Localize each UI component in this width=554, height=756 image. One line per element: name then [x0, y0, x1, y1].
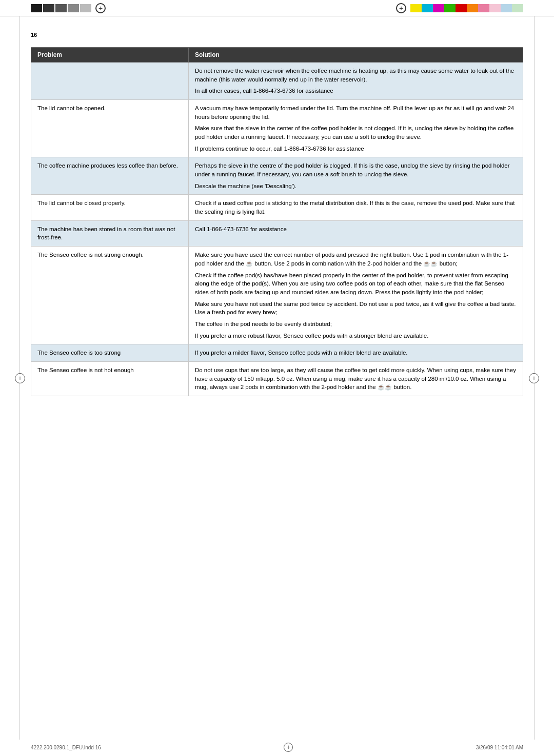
solution-text: Perhaps the sieve in the centre of the p…: [195, 161, 517, 178]
solution-text: The coffee in the pod needs to be evenly…: [195, 320, 517, 329]
problem-cell: The lid cannot be closed properly.: [31, 195, 189, 220]
solution-cell: A vacuum may have temporarily formed und…: [188, 100, 523, 157]
solution-text: Do not use cups that are too large, as t…: [195, 366, 517, 392]
solution-text: If you prefer a milder flavor, Senseo co…: [195, 349, 517, 357]
color-block-5: [80, 4, 91, 12]
main-content: 16 Problem Solution Do not remove the wa…: [0, 16, 554, 427]
crosshair-bottom: +: [284, 743, 293, 752]
table-row: The lid cannot be closed properly. Check…: [31, 195, 523, 220]
color-block-magenta: [433, 4, 444, 12]
page: + + 16 Problem Solution Do not remove th…: [0, 0, 554, 756]
color-blocks-right: [410, 4, 523, 12]
column-header-problem: Problem: [31, 48, 189, 63]
solution-cell: Do not remove the water reservoir when t…: [188, 63, 523, 100]
solution-text: If you prefer a more robust flavor, Sens…: [195, 332, 517, 340]
problem-cell: [31, 63, 189, 100]
solution-text: Check if a used coffee pod is sticking t…: [195, 199, 517, 216]
crosshair-top-left: [95, 3, 106, 13]
table-row: Do not remove the water reservoir when t…: [31, 63, 523, 100]
table-row: The coffee machine produces less coffee …: [31, 157, 523, 195]
solution-text: If problems continue to occur, call 1-86…: [195, 145, 517, 153]
problem-cell: The machine has been stored in a room th…: [31, 220, 189, 246]
solution-text: Call 1-866-473-6736 for assistance: [195, 225, 517, 234]
solution-text: Make sure you have used the correct numb…: [195, 251, 517, 268]
color-block-yellow: [410, 4, 422, 12]
page-number: 16: [31, 32, 523, 38]
solution-cell: Do not use cups that are too large, as t…: [188, 362, 523, 396]
solution-text: In all other cases, call 1-866-473-6736 …: [195, 87, 517, 95]
crosshair-top-right: [396, 3, 406, 13]
table-row: The Senseo coffee is too strong If you p…: [31, 344, 523, 362]
crosshair-right: +: [529, 373, 539, 383]
color-block-pink: [478, 4, 489, 12]
page-footer: 4222.200.0290.1_DFU.indd 16 + 3/26/09 11…: [0, 743, 554, 752]
table-row: The Senseo coffee is not hot enough Do n…: [31, 362, 523, 396]
top-bar: [0, 0, 554, 16]
problem-cell: The Senseo coffee is not hot enough: [31, 362, 189, 396]
color-block-4: [68, 4, 79, 12]
table-row: The machine has been stored in a room th…: [31, 220, 523, 246]
color-block-lightpink: [489, 4, 501, 12]
solution-cell: Check if a used coffee pod is sticking t…: [188, 195, 523, 220]
solution-cell: Make sure you have used the correct numb…: [188, 247, 523, 344]
solution-text: Make sure you have not used the same pod…: [195, 300, 517, 317]
color-block-1: [31, 4, 42, 12]
problem-cell: The coffee machine produces less coffee …: [31, 157, 189, 195]
troubleshooting-table: Problem Solution Do not remove the water…: [31, 47, 523, 396]
color-block-cyan: [422, 4, 433, 12]
color-blocks-left: [31, 4, 91, 12]
solution-cell: Perhaps the sieve in the centre of the p…: [188, 157, 523, 195]
cup-icon: ☕☕: [378, 383, 392, 392]
footer-left: 4222.200.0290.1_DFU.indd 16: [31, 745, 101, 750]
solution-text: A vacuum may have temporarily formed und…: [195, 104, 517, 121]
solution-text: Check if the coffee pod(s) has/have been…: [195, 271, 517, 297]
problem-cell: The Senseo coffee is too strong: [31, 344, 189, 362]
solution-cell: Call 1-866-473-6736 for assistance: [188, 220, 523, 246]
top-bar-right: [277, 0, 554, 16]
solution-cell: If you prefer a milder flavor, Senseo co…: [188, 344, 523, 362]
table-row: The Senseo coffee is not strong enough. …: [31, 247, 523, 344]
footer-right: 3/26/09 11:04:01 AM: [476, 745, 523, 750]
color-block-green: [444, 4, 456, 12]
cup-icon: ☕: [246, 260, 253, 268]
solution-text: Make sure that the sieve in the center o…: [195, 124, 517, 141]
table-row: The lid cannot be opened. A vacuum may h…: [31, 100, 523, 157]
table-header-row: Problem Solution: [31, 48, 523, 63]
top-bar-left: [0, 0, 277, 16]
solution-text: Do not remove the water reservoir when t…: [195, 67, 517, 84]
problem-cell: The lid cannot be opened.: [31, 100, 189, 157]
color-block-lightblue: [501, 4, 512, 12]
solution-text: Descale the machine (see 'Descaling').: [195, 182, 517, 191]
crosshair-left: +: [15, 373, 25, 383]
color-block-red: [456, 4, 467, 12]
color-block-orange: [467, 4, 478, 12]
problem-cell: The Senseo coffee is not strong enough.: [31, 247, 189, 344]
color-block-lightgreen: [512, 4, 523, 12]
color-block-3: [55, 4, 67, 12]
cup-icon: ☕☕: [423, 260, 438, 268]
column-header-solution: Solution: [188, 48, 523, 63]
color-block-2: [43, 4, 54, 12]
